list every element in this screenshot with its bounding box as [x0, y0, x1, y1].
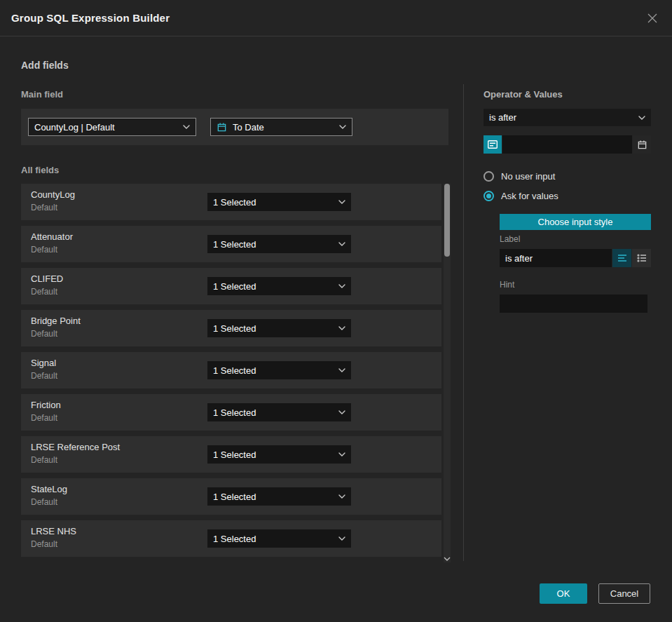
all-fields-list: CountyLog Default 1 Selected Attenuator … — [21, 184, 441, 562]
field-row-info: CountyLog Default — [31, 189, 75, 212]
field-select-value: 1 Selected — [213, 281, 333, 292]
field-selected-dropdown[interactable]: 1 Selected — [207, 235, 351, 253]
field-select-value: 1 Selected — [213, 365, 333, 376]
field-name: Bridge Point — [31, 316, 81, 326]
field-row: StateLog Default 1 Selected — [21, 478, 441, 515]
field-row: Bridge Point Default 1 Selected — [21, 310, 441, 346]
label-caption: Label — [500, 234, 520, 244]
add-fields-heading: Add fields — [21, 60, 69, 71]
field-name: LRSE NHS — [31, 526, 76, 536]
radio-label: No user input — [501, 171, 555, 182]
align-left-icon[interactable] — [612, 249, 631, 267]
field-selected-dropdown[interactable]: 1 Selected — [207, 529, 351, 548]
field-row-info: LRSE Reference Post Default — [31, 442, 120, 465]
field-row-info: Bridge Point Default — [31, 316, 81, 339]
field-selected-dropdown[interactable]: 1 Selected — [207, 361, 351, 379]
chevron-down-icon — [338, 326, 345, 330]
field-row-info: StateLog Default — [31, 484, 67, 507]
field-select-value: 1 Selected — [213, 407, 333, 418]
ok-button[interactable]: OK — [540, 583, 587, 604]
chevron-down-icon — [338, 494, 345, 499]
field-selected-dropdown[interactable]: 1 Selected — [207, 319, 351, 337]
chevron-down-icon — [338, 536, 345, 541]
field-row: CLIFED Default 1 Selected — [21, 268, 441, 304]
radio-option[interactable]: No user input — [484, 171, 558, 182]
close-icon[interactable] — [644, 10, 661, 27]
cancel-button[interactable]: Cancel — [598, 583, 650, 604]
chevron-down-icon — [338, 200, 345, 204]
field-row-info: CLIFED Default — [31, 273, 63, 297]
field-row: LRSE NHS Default 1 Selected — [21, 520, 441, 557]
field-subtitle: Default — [31, 539, 76, 549]
field-name: Signal — [31, 358, 57, 368]
chevron-down-icon — [338, 410, 345, 414]
field-subtitle: Default — [31, 245, 73, 255]
field-selected-dropdown[interactable]: 1 Selected — [207, 487, 351, 506]
field-subtitle: Default — [31, 497, 67, 507]
chevron-down-icon — [338, 452, 345, 457]
chevron-down-icon — [338, 242, 345, 246]
choose-input-style-button[interactable]: Choose input style — [500, 214, 651, 230]
dialog-header: Group SQL Expression Builder — [0, 0, 672, 36]
field-row-info: Attenuator Default — [31, 231, 73, 255]
field-row-info: LRSE NHS Default — [31, 526, 76, 549]
chevron-down-icon — [638, 116, 645, 120]
radio-icon[interactable] — [484, 171, 494, 182]
field-subtitle: Default — [31, 371, 57, 381]
field-row: CountyLog Default 1 Selected — [21, 184, 441, 220]
field-selected-dropdown[interactable]: 1 Selected — [207, 445, 351, 464]
hint-caption: Hint — [500, 280, 514, 290]
field-row-info: Friction Default — [31, 400, 61, 423]
radio-label: Ask for values — [501, 191, 558, 201]
field-select-value: 1 Selected — [213, 239, 333, 250]
field-select-value: 1 Selected — [213, 197, 333, 208]
radio-option[interactable]: Ask for values — [484, 191, 558, 201]
scrollbar-thumb[interactable] — [444, 184, 450, 257]
all-fields-label: All fields — [21, 165, 59, 175]
operator-select[interactable]: is after — [484, 109, 651, 126]
list-style-icon[interactable] — [632, 249, 651, 267]
scroll-down-icon[interactable] — [444, 557, 451, 561]
operator-select-value: is after — [489, 112, 633, 123]
chevron-down-icon — [339, 125, 346, 129]
radio-group: No user input Ask for values — [484, 171, 558, 201]
field-row: Attenuator Default 1 Selected — [21, 226, 441, 262]
label-input[interactable] — [500, 249, 612, 267]
field-name: Friction — [31, 400, 61, 410]
calendar-icon — [217, 122, 227, 133]
calendar-picker-icon[interactable] — [633, 135, 651, 154]
value-row — [484, 135, 651, 154]
vertical-divider — [463, 84, 464, 561]
field-row: LRSE Reference Post Default 1 Selected — [21, 436, 441, 473]
operator-values-heading: Operator & Values — [484, 89, 563, 100]
field-select-value: 1 Selected — [213, 449, 333, 460]
main-field-select[interactable]: CountyLog | Default — [28, 118, 196, 136]
chevron-down-icon — [338, 368, 345, 372]
scrollbar[interactable] — [444, 184, 451, 562]
field-selected-dropdown[interactable]: 1 Selected — [207, 277, 351, 295]
field-select-value: 1 Selected — [213, 534, 333, 544]
input-style-icon[interactable] — [484, 135, 502, 154]
field-selected-dropdown[interactable]: 1 Selected — [207, 193, 351, 211]
field-name: StateLog — [31, 484, 67, 494]
main-date-select[interactable]: To Date — [210, 118, 352, 136]
main-field-panel: CountyLog | Default To Date — [21, 109, 448, 145]
radio-icon[interactable] — [484, 191, 494, 201]
field-subtitle: Default — [31, 287, 63, 297]
main-field-label: Main field — [21, 89, 63, 100]
field-subtitle: Default — [31, 413, 61, 423]
field-selected-dropdown[interactable]: 1 Selected — [207, 403, 351, 421]
main-date-select-value: To Date — [233, 122, 334, 133]
value-input[interactable] — [502, 135, 632, 154]
field-subtitle: Default — [31, 203, 75, 212]
field-row: Friction Default 1 Selected — [21, 394, 441, 431]
group-sql-expression-builder-dialog: Group SQL Expression Builder Add fields … — [0, 0, 672, 622]
chevron-down-icon — [338, 284, 345, 288]
field-row-info: Signal Default — [31, 358, 57, 381]
field-subtitle: Default — [31, 329, 81, 339]
field-subtitle: Default — [31, 455, 120, 465]
hint-input[interactable] — [500, 295, 647, 313]
field-name: Attenuator — [31, 231, 73, 242]
dialog-title: Group SQL Expression Builder — [11, 12, 170, 24]
main-field-select-value: CountyLog | Default — [34, 122, 177, 133]
